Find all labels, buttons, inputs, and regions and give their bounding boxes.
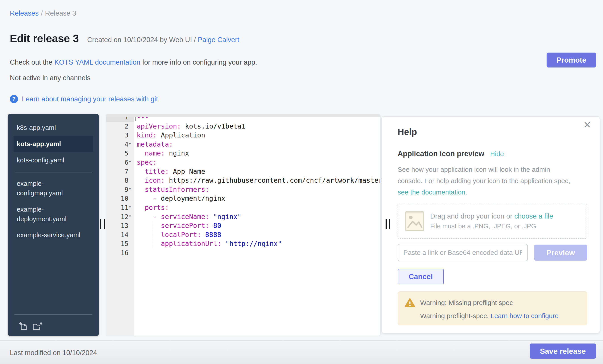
code-text: icon: https://raw.githubusercontent.com/…: [134, 176, 381, 185]
fold-arrow-icon[interactable]: ▾: [129, 187, 131, 191]
fold-arrow-icon[interactable]: ▾: [129, 159, 131, 164]
breadcrumb-separator: /: [41, 9, 43, 17]
author-link[interactable]: Paige Calvert: [198, 36, 239, 44]
indent-guide: [153, 239, 153, 248]
sidebar-resize-handle[interactable]: [100, 219, 105, 229]
page: Releases/Release 3 Edit release 3 Create…: [0, 0, 603, 364]
line-number: 5: [106, 149, 134, 158]
code-text: - deployment/nginx: [134, 194, 380, 203]
code-text: name: nginx: [134, 149, 380, 158]
icon-preview-title: Application icon preview: [398, 149, 484, 158]
file-tree-sidebar: k8s-app.yamlkots-app.yamlkots-config.yam…: [8, 114, 99, 336]
yaml-editor[interactable]: 1---2apiVersion: kots.io/v1beta13kind: A…: [106, 114, 381, 336]
line-number: 14: [106, 230, 134, 240]
code-line: 15 applicationUrl: "http://nginx": [106, 239, 380, 248]
cancel-button[interactable]: Cancel: [398, 269, 444, 284]
code-text: spec:: [134, 158, 380, 167]
code-text: apiVersion: kots.io/v1beta1: [134, 122, 380, 131]
code-line: 9▾ statusInformers:: [106, 185, 380, 194]
line-number: 9▾: [106, 185, 134, 194]
editor-scrollbar[interactable]: [106, 114, 380, 117]
line-number: 6▾: [106, 158, 134, 167]
line-number: 16: [106, 248, 134, 257]
line-number: 10: [106, 194, 134, 203]
preflight-warning-box: Warning: Missing preflight spec Warning …: [398, 291, 587, 325]
title-row: Edit release 3 Created on 10/10/2024 by …: [10, 32, 239, 44]
breadcrumb-current: Release 3: [45, 9, 76, 17]
fold-arrow-icon[interactable]: ▾: [129, 205, 131, 209]
icon-preview-section-header: Application icon preview Hide: [398, 149, 587, 158]
line-number: 2: [106, 122, 134, 131]
icon-url-input[interactable]: [398, 244, 528, 261]
see-documentation-link[interactable]: see the documentation: [398, 188, 465, 196]
git-releases-link[interactable]: Learn about managing your releases with …: [22, 95, 158, 103]
new-folder-icon[interactable]: [32, 321, 43, 331]
code-line: 14 localPort: 8888: [106, 230, 380, 240]
indent-guide: [153, 230, 153, 240]
kots-yaml-doc-link[interactable]: KOTS YAML documentation: [54, 58, 140, 66]
image-placeholder-icon: [405, 211, 424, 232]
file-tree-item[interactable]: example-service.yaml: [14, 227, 89, 243]
line-number: 15: [106, 239, 134, 248]
line-number: 4▾: [106, 140, 134, 149]
icon-dropzone[interactable]: Drag and drop your icon or choose a file…: [398, 204, 587, 239]
code-lines: 1---2apiVersion: kots.io/v1beta13kind: A…: [106, 114, 380, 257]
new-file-icon[interactable]: [19, 321, 28, 331]
doc-text-pre: Check out the: [10, 58, 54, 66]
code-text: ports:: [134, 203, 380, 212]
promote-button[interactable]: Promote: [546, 53, 596, 67]
close-icon[interactable]: ✕: [583, 120, 591, 130]
breadcrumb: Releases/Release 3: [10, 9, 76, 17]
description-line-1: See how your application icon will look …: [398, 166, 550, 173]
hide-link[interactable]: Hide: [490, 150, 504, 158]
code-text: - serviceName: "nginx": [134, 212, 380, 221]
code-text: [134, 248, 380, 257]
channel-status: Not active in any channels: [10, 74, 91, 82]
file-tree-top: k8s-app.yamlkots-app.yamlkots-config.yam…: [14, 120, 93, 168]
help-panel: ✕ Help Application icon preview Hide See…: [381, 117, 600, 333]
doc-link-suffix: .: [465, 188, 467, 196]
sidebar-bottom-divider: [14, 314, 92, 315]
code-line: 2apiVersion: kots.io/v1beta1: [106, 122, 380, 131]
file-tree-item[interactable]: example-deployment.yaml: [14, 201, 89, 227]
help-resize-handle[interactable]: [386, 219, 390, 229]
page-title: Edit release 3: [10, 32, 79, 44]
file-tree-item[interactable]: example-configmap.yaml: [14, 176, 89, 201]
file-tree-item[interactable]: kots-app.yaml: [14, 136, 93, 152]
code-text: title: App Name: [134, 167, 380, 176]
code-line: 11▾ ports:: [106, 203, 380, 212]
choose-file-link[interactable]: choose a file: [514, 212, 553, 220]
code-line: 13 servicePort: 80: [106, 221, 380, 230]
indent-guide: [153, 221, 153, 230]
code-text: applicationUrl: "http://nginx": [134, 239, 380, 248]
git-help-link-row[interactable]: ? Learn about managing your releases wit…: [10, 95, 158, 103]
line-number: 12▾: [106, 212, 134, 221]
code-text: servicePort: 80: [134, 221, 380, 230]
sidebar-bottom: [14, 310, 93, 331]
line-number: 8: [106, 176, 134, 185]
code-line: 5 name: nginx: [106, 149, 380, 158]
preview-button[interactable]: Preview: [534, 245, 587, 261]
icon-url-row: Preview: [398, 244, 587, 261]
fold-arrow-icon[interactable]: ▾: [129, 142, 131, 146]
save-release-button[interactable]: Save release: [530, 343, 596, 359]
breadcrumb-releases-link[interactable]: Releases: [10, 9, 39, 17]
code-line: 4▾metadata:: [106, 140, 380, 149]
code-text: kind: Application: [134, 131, 380, 140]
kots-doc-line: Check out the KOTS YAML documentation fo…: [10, 58, 257, 66]
warning-icon: [405, 298, 415, 308]
line-number: 13: [106, 221, 134, 230]
file-tree-item[interactable]: kots-config.yaml: [14, 152, 89, 168]
code-line: 8 icon: https://raw.githubusercontent.co…: [106, 176, 380, 185]
file-tree-item[interactable]: k8s-app.yaml: [14, 120, 89, 136]
fold-arrow-icon[interactable]: ▾: [129, 214, 131, 218]
help-panel-title: Help: [398, 127, 587, 137]
warning-detail-text: Warning preflight-spec.: [420, 312, 491, 320]
code-line: 7 title: App Name: [106, 167, 380, 176]
line-number: 3: [106, 131, 134, 140]
code-text: metadata:: [134, 140, 380, 149]
line-number: 7: [106, 167, 134, 176]
doc-text-post: for more info on configuring your app.: [140, 58, 257, 66]
created-text: Created on 10/10/2024 by Web UI /: [87, 36, 196, 44]
learn-configure-link[interactable]: Learn how to configure: [491, 312, 559, 320]
